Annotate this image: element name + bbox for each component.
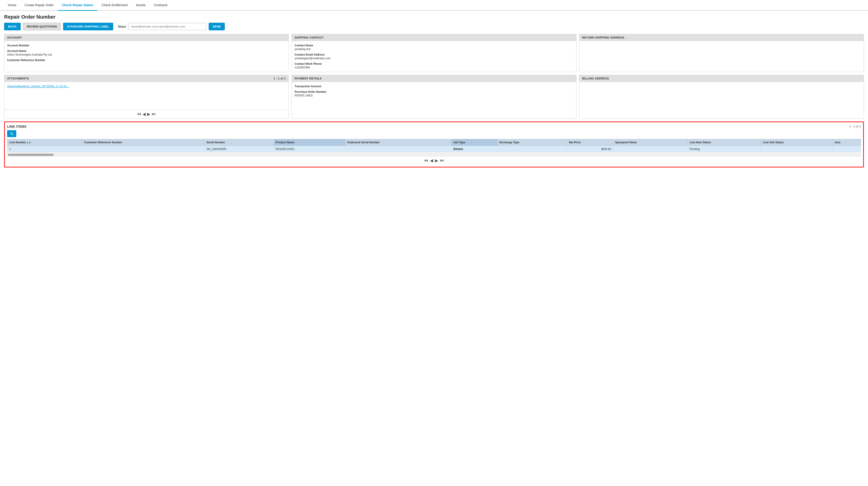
line-items-count: 1 - 1 of 1 xyxy=(849,125,861,128)
cell-job-type: Billable xyxy=(451,146,497,152)
page-content: Repair Order Number BACK REVIEW QUOTATIO… xyxy=(0,11,868,171)
nav-item-create-repair-order[interactable]: Create Repair Order xyxy=(21,0,58,11)
bottom-pag-last-icon[interactable]: ⏭ xyxy=(440,158,444,163)
shipping-contact-panel: SHIPPING CONTACT Contact Name portalreg … xyxy=(291,34,576,72)
billing-panel: BILLING ADDRESS xyxy=(579,75,864,119)
account-panel-body: Account Number Account Name Zebra Techno… xyxy=(4,41,288,69)
th-net-price: Net Price xyxy=(567,139,613,146)
cell-serial-number: SN_UNKNOWN xyxy=(205,146,274,152)
billing-body xyxy=(580,82,864,110)
return-shipping-body xyxy=(580,41,864,69)
attachments-count: 1 - 1 of 1 xyxy=(274,77,286,80)
account-name-value: Zebra Technologies Australia Pty Ltd xyxy=(7,53,286,56)
purchase-order-label: Purchase Order Number xyxy=(294,90,573,93)
contact-email-label: Contact Email Address xyxy=(294,53,573,56)
th-invoice: Invo xyxy=(833,139,861,146)
contact-email-value: portalregtest@mailinator.com xyxy=(294,57,573,60)
nav-item-home[interactable]: Home xyxy=(4,0,21,11)
table-row[interactable]: 1 SN_UNKNOWN MC9190-G30S... Billable $84… xyxy=(7,146,861,152)
th-product-name: Product Name xyxy=(274,139,345,146)
scrollbar-thumb xyxy=(8,154,54,156)
shipping-contact-header: SHIPPING CONTACT xyxy=(292,34,576,41)
bottom-panels-row: ATTACHMENTS 1 - 1 of 1 ShippingManifest1… xyxy=(4,75,864,119)
shipping-contact-body: Contact Name portalreg test Contact Emai… xyxy=(292,41,576,72)
cell-line-item-status: Pending xyxy=(688,146,761,152)
send-button[interactable]: SEND xyxy=(209,23,225,30)
review-quotation-button[interactable]: REVIEW QUOTATION xyxy=(23,23,61,30)
line-items-header: LINE ITEMS 1 - 1 of 1 xyxy=(7,124,861,128)
page-title: Repair Order Number xyxy=(4,14,864,20)
line-items-search-button[interactable] xyxy=(7,130,16,137)
top-panels-row: ACCOUNT Account Number Account Name Zebr… xyxy=(4,34,864,72)
nav-item-check-repair-status[interactable]: Check Repair Status xyxy=(58,0,97,11)
bottom-pag-first-icon[interactable]: ⏮ xyxy=(424,158,428,163)
transaction-amount-label: Transaction Amount xyxy=(294,85,573,88)
account-name-label: Account Name xyxy=(7,50,286,53)
cell-net-price: $840.80 xyxy=(567,146,613,152)
pag-prev-icon[interactable]: ◀ xyxy=(143,112,146,117)
return-shipping-panel: RETURN SHIPPING ADDRESS xyxy=(579,34,864,72)
nav-item-check-entitlement[interactable]: Check Entitlement xyxy=(97,0,132,11)
payment-body: Transaction Amount Purchase Order Number… xyxy=(292,82,576,110)
customer-ref-label: Customer Reference Number xyxy=(7,59,286,62)
th-exchange-type: Exchange Type xyxy=(497,139,567,146)
payment-panel: PAYMENT DETAILS Transaction Amount Purch… xyxy=(291,75,576,119)
bottom-pag-prev-icon[interactable]: ◀ xyxy=(430,158,433,163)
return-shipping-header: RETURN SHIPPING ADDRESS xyxy=(580,34,864,41)
pag-next-icon[interactable]: ▶ xyxy=(147,112,150,117)
line-items-title: LINE ITEMS xyxy=(7,124,26,128)
cell-outbound-serial xyxy=(345,146,452,152)
contact-name-value: portalreg test xyxy=(294,48,573,51)
back-button[interactable]: BACK xyxy=(4,23,21,30)
cell-line-sub-status xyxy=(761,146,833,152)
attachments-header: ATTACHMENTS 1 - 1 of 1 xyxy=(4,75,288,82)
attachments-body: ShippingManifest1_English_30725594_11-10… xyxy=(4,82,288,110)
th-line-sub-status: Line Sub Status xyxy=(761,139,833,146)
standard-shipping-label-button[interactable]: STANDARD SHIPPING LABEL xyxy=(63,23,114,30)
th-line-item-status: Line Item Status xyxy=(688,139,761,146)
line-items-table: Line Number ▲▼ Customer Reference Number… xyxy=(7,139,861,152)
toolbar: BACK REVIEW QUOTATION STANDARD SHIPPING … xyxy=(4,23,864,30)
attachments-pagination: ⏮ ◀ ▶ ⏭ xyxy=(4,110,288,119)
th-serial-number: Serial Number xyxy=(205,139,274,146)
th-line-number[interactable]: Line Number ▲▼ xyxy=(7,139,82,146)
account-panel-header: ACCOUNT xyxy=(4,34,288,41)
cell-customer-ref xyxy=(82,146,205,152)
cell-exchange-type xyxy=(497,146,567,152)
cell-invoice xyxy=(833,146,861,152)
th-sparepool-name: Sparepool Name xyxy=(613,139,688,146)
table-body: 1 SN_UNKNOWN MC9190-G30S... Billable $84… xyxy=(7,146,861,152)
table-header: Line Number ▲▼ Customer Reference Number… xyxy=(7,139,861,146)
cell-line-number: 1 xyxy=(7,146,82,152)
pag-last-icon[interactable]: ⏭ xyxy=(152,112,156,117)
sort-arrows-icon: ▲▼ xyxy=(26,141,31,144)
navigation: Home Create Repair Order Check Repair St… xyxy=(0,0,868,11)
account-panel: ACCOUNT Account Number Account Name Zebr… xyxy=(4,34,289,72)
cell-product-name: MC9190-G30S... xyxy=(274,146,345,152)
purchase-order-value: REFER LINES xyxy=(294,94,573,97)
contact-phone-value: 1234567890 xyxy=(294,66,573,69)
line-items-section: LINE ITEMS 1 - 1 of 1 Line Number ▲▼ xyxy=(4,121,864,168)
bottom-pag-next-icon[interactable]: ▶ xyxy=(435,158,438,163)
account-number-label: Account Number xyxy=(7,44,286,47)
share-email-input[interactable] xyxy=(128,23,206,30)
contact-phone-label: Contact Work Phone xyxy=(294,62,573,65)
cell-sparepool-name xyxy=(613,146,688,152)
th-customer-ref: Customer Reference Number xyxy=(82,139,205,146)
attachments-panel: ATTACHMENTS 1 - 1 of 1 ShippingManifest1… xyxy=(4,75,289,119)
search-icon xyxy=(10,132,13,135)
th-job-type: Job Type xyxy=(451,139,497,146)
th-outbound-serial: Outbound Serial Number xyxy=(345,139,452,146)
horizontal-scrollbar[interactable] xyxy=(7,153,861,157)
payment-header: PAYMENT DETAILS xyxy=(292,75,576,82)
share-label: Share xyxy=(118,25,126,28)
attachment-link[interactable]: ShippingManifest1_English_30725594_11-10… xyxy=(7,85,286,88)
nav-item-contracts[interactable]: Contracts xyxy=(150,0,172,11)
pag-first-icon[interactable]: ⏮ xyxy=(137,112,141,117)
contact-name-label: Contact Name xyxy=(294,44,573,47)
attachments-title: ATTACHMENTS xyxy=(7,77,29,80)
bottom-pagination: ⏮ ◀ ▶ ⏭ xyxy=(7,157,861,164)
line-items-table-scroll: Line Number ▲▼ Customer Reference Number… xyxy=(7,139,861,157)
billing-header: BILLING ADDRESS xyxy=(580,75,864,82)
nav-item-assets[interactable]: Assets xyxy=(132,0,150,11)
